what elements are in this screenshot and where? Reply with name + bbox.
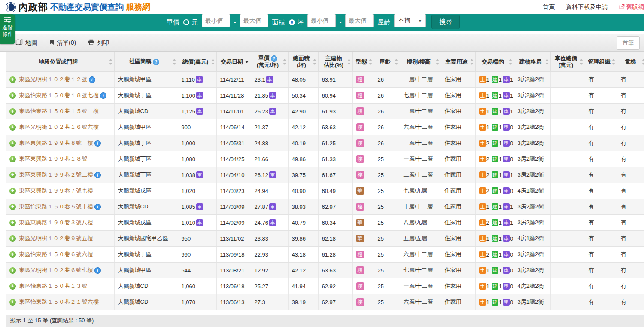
address-link[interactable]: 東區東興路１９９巷２號二樓 (19, 171, 93, 178)
help-icon[interactable]: ? (271, 55, 277, 62)
column-header-type[interactable]: 型態 (352, 52, 374, 72)
info-icon[interactable]: i (94, 140, 101, 147)
address-link[interactable]: 東區光明街１０２巷１６號六樓 (19, 124, 99, 130)
nav-old-site-link[interactable]: 舊版網站 (619, 3, 644, 11)
sort-icon[interactable] (313, 59, 316, 65)
area-ping-radio[interactable]: 坪 (289, 18, 304, 27)
address-link[interactable]: 東區怡東路１５０巷１８號七樓 (19, 92, 99, 98)
sort-icon[interactable] (369, 59, 372, 65)
expand-row-icon[interactable]: + (9, 172, 16, 178)
column-header-layout[interactable]: 建物格局 (514, 52, 550, 72)
search-button[interactable]: 搜尋 (431, 15, 460, 29)
advanced-filters-tab[interactable]: 進階 條件 (0, 14, 15, 44)
sort-icon[interactable] (211, 59, 215, 65)
column-header-transaction[interactable]: 交易標的 (475, 52, 514, 72)
expand-row-icon[interactable]: + (9, 235, 16, 242)
parking-total-cell (550, 151, 585, 167)
type-cell: 樓 (352, 72, 374, 88)
address-link[interactable]: 東區東興路１９９巷８號三樓 (19, 140, 93, 146)
expand-row-icon[interactable]: + (9, 220, 16, 226)
area-min-input[interactable] (307, 14, 336, 28)
info-icon[interactable]: i (94, 267, 101, 274)
expand-row-icon[interactable]: + (9, 251, 16, 258)
sort-icon[interactable] (580, 59, 583, 65)
elevator-cell: 有 (617, 119, 644, 135)
info-icon[interactable]: i (100, 92, 106, 99)
address-link[interactable]: 東區東興路１９９巷７號七樓 (19, 187, 93, 194)
address-link[interactable]: 東區怡東路１５０巷１５號三樓 (19, 108, 99, 114)
sort-desc-icon[interactable] (245, 61, 249, 63)
expand-row-icon[interactable]: + (9, 92, 16, 99)
expand-row-icon[interactable]: + (9, 108, 16, 115)
layout-cell: 3房2廳2衛 (514, 104, 550, 119)
expand-row-icon[interactable]: + (9, 156, 16, 162)
column-header-date[interactable]: 交易日期 (216, 52, 251, 72)
sort-icon[interactable] (395, 59, 398, 65)
address-link[interactable]: 東區光明街１０２巷１２號 (19, 76, 88, 82)
sort-icon[interactable] (509, 59, 512, 65)
parking-included-badge: 車 (196, 92, 203, 99)
area-max-input[interactable] (345, 14, 374, 28)
address-link[interactable]: 東區怡東路１５０巷５號十樓 (19, 203, 93, 210)
column-header-main-ratio[interactable]: 主建物佔比(%) (318, 52, 352, 72)
column-header-age[interactable]: 屋齡 (374, 52, 400, 72)
column-header-total-price[interactable]: 總價(萬元) (178, 52, 216, 72)
expand-row-icon[interactable]: + (9, 283, 16, 290)
expand-row-icon[interactable]: + (9, 140, 16, 147)
sort-icon[interactable] (109, 59, 112, 65)
first-record-button[interactable]: 首筆 (617, 36, 640, 50)
address-link[interactable]: 東區怡東路１５０巷１３號 (19, 283, 88, 289)
address-link[interactable]: 東區東興路１９９巷３號八樓 (19, 219, 93, 226)
unit-price-yuan-radio[interactable]: 元 (183, 18, 198, 27)
date-cell: 114/03/09 (216, 199, 251, 215)
expand-row-icon[interactable]: + (9, 188, 16, 194)
sort-icon[interactable] (283, 59, 286, 65)
transaction-cell: 土1建1車0 (475, 263, 514, 278)
address-link[interactable]: 東區怡東路１５０巷６號六樓 (19, 251, 93, 257)
info-icon[interactable]: i (94, 172, 101, 178)
column-header-community[interactable]: 社區簡稱? (114, 52, 178, 72)
help-icon[interactable]: ? (153, 59, 159, 65)
expand-row-icon[interactable]: + (9, 124, 16, 131)
unit-price-cell: 21.66 (251, 151, 288, 167)
usage-cell: 住家用 (441, 278, 475, 294)
sort-icon[interactable] (470, 59, 474, 65)
address-link[interactable]: 東區怡東路１５０巷２１號六樓 (19, 299, 99, 305)
unit-price-min-input[interactable] (202, 14, 230, 28)
column-header-floor[interactable]: 樓別/樓高 (400, 52, 441, 72)
sort-icon[interactable] (173, 59, 176, 65)
area-cell: 50.34 (288, 88, 318, 104)
column-header-unit-price[interactable]: 單價?(萬元/坪) (251, 52, 288, 72)
parking-total-cell (550, 247, 585, 263)
unit-price-max-input[interactable] (240, 14, 268, 28)
nav-download-link[interactable]: 資料下載及申請 (566, 3, 608, 11)
address-link[interactable]: 東區光明街１０２巷６號七樓 (19, 267, 93, 273)
column-header-area[interactable]: 總面積(坪) (288, 52, 318, 72)
age-select[interactable]: 不拘 ▼ (394, 14, 426, 28)
land-badge: 土 (479, 156, 486, 162)
sort-icon[interactable] (612, 59, 615, 65)
expand-row-icon[interactable]: + (9, 76, 16, 83)
address-link[interactable]: 東區東興路１９９巷１８號 (19, 156, 88, 162)
info-icon[interactable]: i (89, 76, 95, 83)
nav-home-link[interactable]: 首頁 (543, 3, 555, 11)
expand-row-icon[interactable]: + (9, 267, 16, 274)
sort-icon[interactable] (642, 59, 644, 65)
info-icon[interactable]: i (94, 204, 101, 210)
sort-icon[interactable] (545, 59, 549, 65)
print-button[interactable]: 列印 (88, 39, 109, 47)
column-header-elevator[interactable]: 電梯 (617, 52, 644, 72)
type-cell: 樓 (352, 294, 374, 310)
column-header-usage[interactable]: 主要用途 (441, 52, 475, 72)
address-link[interactable]: 東區光明街１０２巷９號五樓 (19, 235, 93, 241)
column-header-management[interactable]: 管理組織 (585, 52, 617, 72)
saved-list-button[interactable]: 清單(0) (49, 39, 76, 47)
map-view-button[interactable]: 地圖 (15, 39, 37, 47)
sort-icon[interactable] (436, 59, 439, 65)
expand-row-icon[interactable]: + (9, 204, 16, 210)
sort-icon[interactable] (347, 59, 351, 65)
area-cell: 39.86 (288, 231, 318, 247)
column-header-parking-price[interactable]: 車位總價(萬元) (550, 52, 585, 72)
column-header-location[interactable]: 地段位置或門牌 (6, 52, 114, 72)
expand-row-icon[interactable]: + (9, 299, 16, 306)
